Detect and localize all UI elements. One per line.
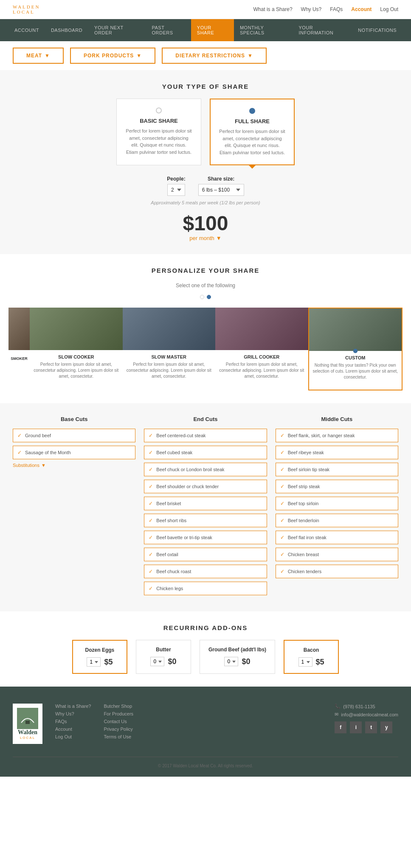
end-cut-2: ✓Beef chuck or London broil steak xyxy=(144,463,267,476)
addon-butter-qty: 0 1 2 $0 xyxy=(145,657,182,666)
check-icon: ✓ xyxy=(149,450,153,455)
check-icon: ✓ xyxy=(17,450,22,455)
footer-butcher-shop[interactable]: Butcher Shop xyxy=(104,704,133,709)
price-display: $100 xyxy=(8,212,403,235)
footer-email-address: info@waldenlocalmeat.com xyxy=(341,712,398,717)
cooker-cards: SMOKER SLOW COOKER Perfect for lorem ips… xyxy=(8,308,403,390)
addons-title: RECURRING ADD-ONS xyxy=(13,624,398,631)
check-icon: ✓ xyxy=(149,433,153,438)
email-icon: ✉ xyxy=(335,712,338,717)
nav-next-order[interactable]: Your Next Order xyxy=(88,19,146,41)
dot-2[interactable] xyxy=(207,295,211,299)
middle-cut-4: ✓Beef top sirloin xyxy=(276,497,398,510)
check-icon: ✓ xyxy=(280,483,284,489)
end-cut-4: ✓Beef brisket xyxy=(144,497,267,510)
share-cards: BASIC SHARE Perfect for lorem ipsum dolo… xyxy=(8,99,403,165)
share-type-title: YOUR TYPE OF SHARE xyxy=(8,83,403,90)
approx-text: Approximately 5 meals per week (1/2 lbs … xyxy=(8,200,403,205)
custom-card[interactable]: CUSTOM Nothing that fits your tastes? Pi… xyxy=(308,308,403,390)
instagram-icon[interactable]: i xyxy=(350,721,362,733)
people-select[interactable]: 2 3 4 xyxy=(167,184,185,196)
filter-bar: MEAT ▼ PORK PRODUCTS ▼ DIETARY RESTRICTI… xyxy=(0,41,411,70)
cut-label: Beef chuck roast xyxy=(156,569,191,574)
cut-label: Beef strip steak xyxy=(288,484,320,489)
cut-label: Beef flank, skirt, or hanger steak xyxy=(288,433,355,438)
footer-terms-of-use[interactable]: Terms of Use xyxy=(104,734,133,739)
smoker-partial-card[interactable]: SMOKER xyxy=(8,308,30,390)
twitter-icon[interactable]: t xyxy=(365,721,377,733)
facebook-icon[interactable]: f xyxy=(335,721,346,733)
footer-what-is-share[interactable]: What is a Share? xyxy=(55,704,91,709)
footer-logout[interactable]: Log Out xyxy=(55,734,91,739)
custom-name: CUSTOM xyxy=(309,355,402,360)
addon-bacon-qty: 1 2 0 $5 xyxy=(293,657,329,667)
cut-label: Beef bavette or tri-tip steak xyxy=(156,535,212,540)
addon-butter-select[interactable]: 0 1 2 xyxy=(150,657,164,666)
why-us-link[interactable]: Why Us? xyxy=(301,6,322,12)
grill-cooker-card[interactable]: GRILL COOKER Perfect for lorem ipsum dol… xyxy=(215,308,308,390)
check-icon: ✓ xyxy=(149,483,153,489)
cuts-section: Base Cuts ✓ Ground beef ✓ Sausage of the… xyxy=(0,403,411,611)
yelp-icon[interactable]: y xyxy=(380,721,392,733)
cut-label: Beef centered-cut steak xyxy=(156,433,206,438)
personalize-title: PERSONALIZE YOUR SHARE xyxy=(8,267,403,274)
basic-share-card[interactable]: BASIC SHARE Perfect for lorem ipsum dolo… xyxy=(116,99,201,165)
what-is-share-link[interactable]: What is a Share? xyxy=(253,6,293,12)
people-label: People: xyxy=(167,176,185,182)
nav-dashboard[interactable]: Dashboard xyxy=(45,22,88,39)
logout-link[interactable]: Log Out xyxy=(380,6,398,12)
dietary-filter-button[interactable]: DIETARY RESTRICTIONS ▼ xyxy=(162,48,267,64)
check-icon: ✓ xyxy=(149,534,153,540)
faqs-link[interactable]: FAQs xyxy=(330,6,343,12)
cut-label: Sausage of the Month xyxy=(25,450,71,455)
base-cut-sausage: ✓ Sausage of the Month xyxy=(13,446,135,459)
check-icon: ✓ xyxy=(280,450,284,455)
addon-bacon-select[interactable]: 1 2 0 xyxy=(298,657,312,667)
pork-filter-button[interactable]: PORK PRODUCTS ▼ xyxy=(70,48,155,64)
nav-past-orders[interactable]: Past Orders xyxy=(146,19,191,41)
size-select[interactable]: 6 lbs – $100 8 lbs – $130 10 lbs – $160 xyxy=(198,184,244,196)
svg-rect-1 xyxy=(25,721,30,724)
custom-description: Nothing that fits your tastes? Pick your… xyxy=(309,362,402,380)
slow-master-card[interactable]: SLOW MASTER Perfect for lorem ipsum dolo… xyxy=(123,308,216,390)
footer-account[interactable]: Account xyxy=(55,727,91,732)
cut-label: Beef shoulder or chuck tender xyxy=(156,484,219,489)
account-link[interactable]: Account xyxy=(351,6,372,12)
addon-ground-beef-select[interactable]: 0 1 2 xyxy=(224,657,238,666)
nav-monthly-specials[interactable]: Monthly Specials xyxy=(234,19,293,41)
middle-cut-2: ✓Beef sirloin tip steak xyxy=(276,463,398,476)
footer-contact-us[interactable]: Contact Us xyxy=(104,719,133,724)
nav-your-information[interactable]: Your Information xyxy=(293,19,352,41)
cut-label: Beef short ribs xyxy=(156,518,186,523)
nav-your-share[interactable]: Your Share xyxy=(191,19,234,41)
basic-share-description: Perfect for lorem ipsum dolor sit amet, … xyxy=(125,127,192,156)
cut-label: Beef cubed steak xyxy=(156,450,192,455)
base-cuts-column: Base Cuts ✓ Ground beef ✓ Sausage of the… xyxy=(13,416,135,599)
nav-account[interactable]: Account xyxy=(8,22,45,39)
dot-1[interactable] xyxy=(200,295,204,299)
meat-filter-button[interactable]: MEAT ▼ xyxy=(13,48,64,64)
share-options: People: 2 3 4 Share size: 6 lbs – $100 8… xyxy=(8,176,403,196)
footer-for-producers[interactable]: For Producers xyxy=(104,711,133,716)
nav-notifications[interactable]: Notifications xyxy=(352,22,403,39)
per-month: per month ▼ xyxy=(8,235,403,241)
grill-cooker-image xyxy=(215,308,308,350)
full-share-card[interactable]: FULL SHARE Perfect for lorem ipsum dolor… xyxy=(210,99,295,165)
end-cut-8: ✓Beef chuck roast xyxy=(144,565,267,578)
middle-cut-5: ✓Beef tenderloin xyxy=(276,514,398,527)
addon-eggs-select[interactable]: 1 2 0 xyxy=(87,657,101,667)
footer-privacy-policy[interactable]: Privacy Policy xyxy=(104,727,133,732)
substitutions-button[interactable]: Substitutions ▼ xyxy=(13,463,135,468)
footer-why-us[interactable]: Why Us? xyxy=(55,711,91,716)
footer: Walden LOCAL What is a Share? Why Us? FA… xyxy=(0,687,411,777)
footer-faqs[interactable]: FAQs xyxy=(55,719,91,724)
cut-label: Chicken tenders xyxy=(288,569,322,574)
slow-cooker-card[interactable]: SLOW COOKER Perfect for lorem ipsum dolo… xyxy=(30,308,123,390)
slow-master-description: Perfect for lorem ipsum dolor sit amet, … xyxy=(123,362,216,379)
substitutions-label: Substitutions xyxy=(13,463,39,468)
addon-eggs-card: Dozen Eggs 1 2 0 $5 xyxy=(72,640,127,674)
check-icon: ✓ xyxy=(149,467,153,472)
cut-label: Beef sirloin tip steak xyxy=(288,467,329,472)
phone-icon: 📞 xyxy=(335,704,341,709)
slow-cooker-description: Perfect for lorem ipsum dolor sit amet, … xyxy=(30,362,123,379)
